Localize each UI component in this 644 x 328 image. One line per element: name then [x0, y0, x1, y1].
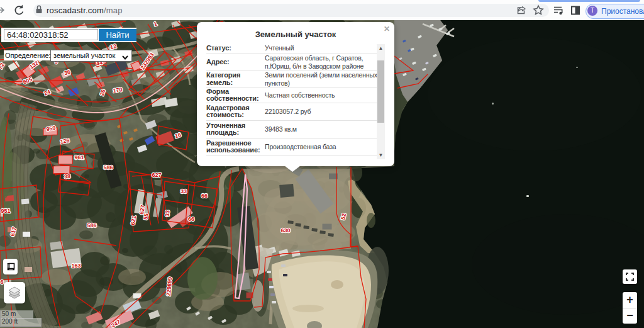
- svg-text:33: 33: [180, 188, 187, 195]
- svg-text:66: 66: [201, 193, 208, 199]
- svg-text:66: 66: [188, 216, 194, 222]
- svg-text:33: 33: [164, 210, 171, 217]
- svg-text:6: 6: [0, 279, 3, 285]
- svg-text:586: 586: [87, 222, 96, 229]
- svg-text:163: 163: [71, 263, 80, 269]
- svg-text:586: 586: [103, 164, 113, 171]
- svg-text:55: 55: [142, 213, 150, 220]
- svg-text:38: 38: [64, 173, 71, 180]
- svg-text:627: 627: [152, 172, 161, 178]
- svg-text:961: 961: [74, 154, 84, 161]
- svg-text:951: 951: [1, 208, 10, 214]
- svg-text:170: 170: [113, 86, 123, 94]
- svg-text:630: 630: [280, 227, 290, 234]
